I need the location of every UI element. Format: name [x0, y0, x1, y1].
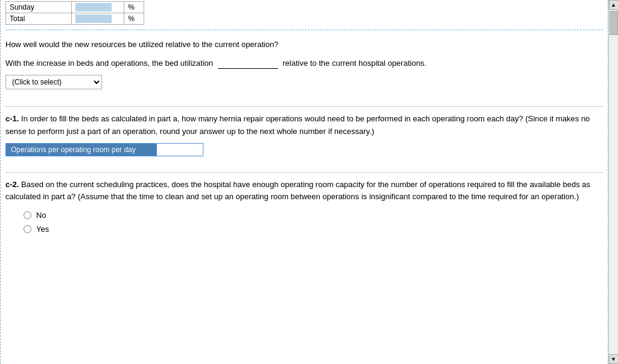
scrollbar-thumb[interactable]	[610, 11, 618, 35]
ops-table-input-cell	[157, 143, 203, 156]
part-c1-section: c-1. In order to fill the beds as calcul…	[5, 106, 603, 167]
question1-text: How well would the new resources be util…	[5, 39, 603, 51]
scrollbar-up-button[interactable]: ▲	[609, 0, 619, 10]
main-content: Sunday%Total% How well would the new res…	[0, 0, 608, 364]
part-c1-text: In order to fill the beds as calculated …	[5, 114, 590, 136]
part-c2-label: c-2. Based on the current scheduling pra…	[5, 179, 603, 204]
day-input-cell	[72, 2, 124, 13]
question2-blank	[218, 57, 278, 69]
day-label: Sunday	[6, 2, 72, 13]
part-c1-label: c-1. In order to fill the beds as calcul…	[5, 113, 603, 138]
page-wrapper: Sunday%Total% How well would the new res…	[0, 0, 618, 364]
radio-label: Yes	[36, 225, 49, 234]
radio-option: Yes	[24, 225, 603, 234]
radio-option: No	[24, 211, 603, 220]
day-label: Total	[6, 13, 72, 25]
radio-options: NoYes	[5, 211, 603, 234]
day-input[interactable]	[75, 3, 112, 11]
question2-suffix: relative to the current hospital operati…	[282, 59, 426, 68]
ops-table-wrapper: Operations per operating room per day	[5, 143, 603, 156]
day-unit: %	[124, 13, 144, 25]
radio-input-no[interactable]	[24, 211, 31, 219]
radio-label: No	[36, 211, 46, 220]
scrollbar: ▲ ▼	[608, 0, 618, 364]
table-row: Sunday%	[6, 2, 144, 13]
part-c2-text: Based on the current scheduling practice…	[5, 180, 590, 202]
question2-text: With the increase in beds and operations…	[5, 57, 603, 69]
ops-table-label: Operations per operating room per day	[6, 143, 157, 156]
part-c2-section: c-2. Based on the current scheduling pra…	[5, 172, 603, 245]
scrollbar-down-button[interactable]: ▼	[609, 354, 619, 364]
part-c1-bold: c-1.	[5, 114, 21, 123]
day-table: Sunday%Total%	[5, 1, 144, 25]
question2-prefix: With the increase in beds and operations…	[5, 59, 213, 68]
down-arrow-icon: ▼	[611, 356, 616, 362]
table-row: Total%	[6, 13, 144, 25]
day-unit: %	[124, 2, 144, 13]
day-input[interactable]	[75, 14, 112, 23]
dropdown-wrapper[interactable]: (Click to select)will increasewill decre…	[5, 75, 603, 89]
up-arrow-icon: ▲	[611, 2, 616, 8]
radio-input-yes[interactable]	[24, 225, 31, 233]
day-input-cell	[72, 13, 124, 25]
part-c2-bold: c-2.	[5, 180, 21, 189]
top-table-section: Sunday%Total%	[5, 0, 603, 30]
ops-input-field[interactable]	[162, 145, 198, 154]
question-section: How well would the new resources be util…	[5, 30, 603, 101]
ops-table: Operations per operating room per day	[5, 143, 203, 156]
utilization-select[interactable]: (Click to select)will increasewill decre…	[5, 75, 102, 89]
